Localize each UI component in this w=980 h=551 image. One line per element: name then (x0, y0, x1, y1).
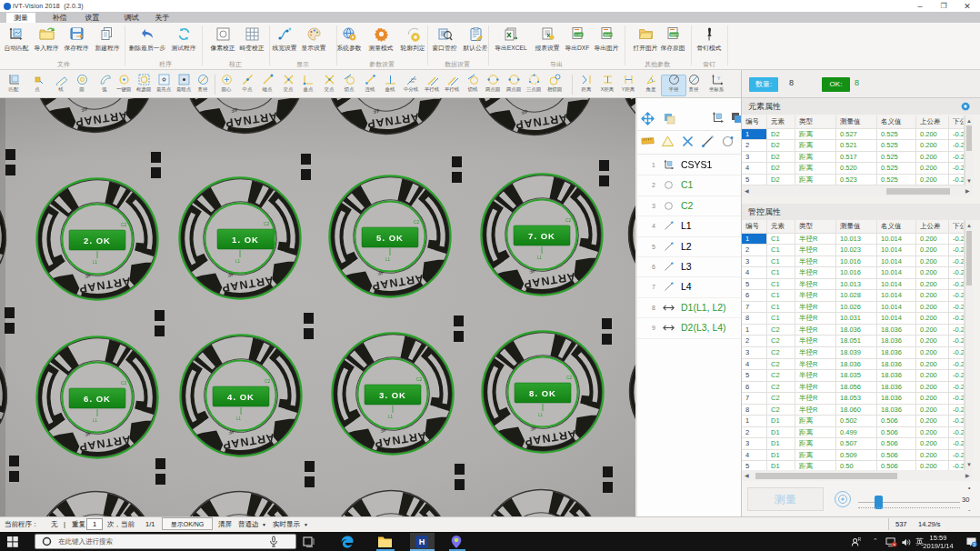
svg-text:C2: C2 (121, 222, 127, 227)
svg-text:C2: C2 (414, 219, 420, 225)
svg-text:3. OK: 3. OK (379, 390, 406, 400)
svg-text:4. OK: 4. OK (227, 392, 255, 402)
svg-text:DXF: DXF (575, 33, 583, 37)
svg-text:R: R (858, 537, 862, 542)
svg-text:C2: C2 (416, 376, 423, 382)
svg-text:L1: L1 (93, 260, 98, 265)
svg-text:C2: C2 (121, 380, 127, 386)
svg-text:6. OK: 6. OK (84, 394, 111, 404)
svg-text:3: 3 (973, 542, 975, 547)
svg-text:L1: L1 (236, 416, 242, 421)
svg-text:C2: C2 (566, 375, 573, 380)
svg-text:C2: C2 (265, 378, 271, 384)
svg-text:BMP: BMP (670, 33, 678, 37)
svg-text:5. OK: 5. OK (376, 233, 404, 243)
svg-text:8. OK: 8. OK (529, 388, 556, 398)
svg-text:BMP: BMP (604, 33, 612, 37)
svg-text:L1: L1 (537, 255, 543, 260)
svg-text:L1: L1 (93, 418, 98, 423)
svg-text:L1: L1 (385, 257, 391, 262)
svg-text:C2: C2 (264, 221, 270, 226)
svg-text:L1: L1 (235, 259, 241, 264)
svg-text:2. OK: 2. OK (84, 235, 111, 245)
svg-text:C2: C2 (565, 217, 572, 223)
svg-text:L1: L1 (388, 415, 394, 419)
svg-text:1. OK: 1. OK (232, 235, 259, 245)
svg-text:7. OK: 7. OK (528, 231, 555, 241)
svg-text:Y: Y (717, 75, 721, 81)
svg-text:L1: L1 (538, 413, 544, 417)
